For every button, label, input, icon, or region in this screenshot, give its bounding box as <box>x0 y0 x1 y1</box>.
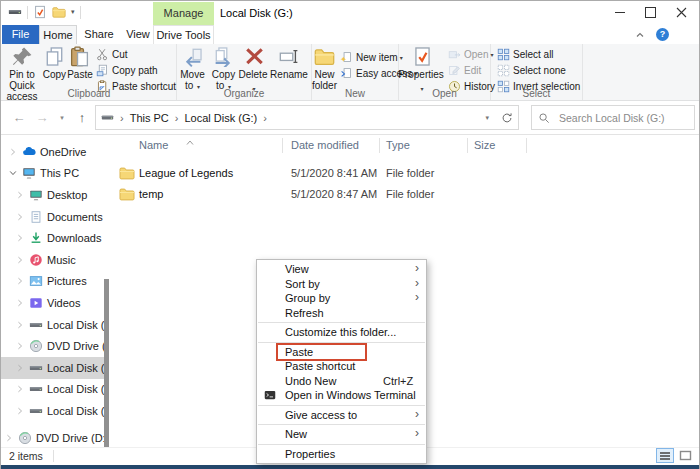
qat-dropdown-icon[interactable]: ▾ <box>71 8 75 16</box>
search-box[interactable] <box>531 105 695 130</box>
sidebar-item-music[interactable]: Music <box>1 249 104 271</box>
breadcrumb-this-pc[interactable]: This PC <box>130 112 169 124</box>
items-count: 2 items <box>9 450 43 462</box>
sidebar-scrollbar[interactable] <box>104 279 109 459</box>
maximize-button[interactable] <box>635 1 666 24</box>
menu-item-customize-this-folder[interactable]: Customize this folder... <box>257 325 426 340</box>
tab-home[interactable]: Home <box>39 25 77 44</box>
folder-icon[interactable] <box>52 5 66 19</box>
details-view-button[interactable] <box>656 448 674 463</box>
sidebar-item-local-disk-c[interactable]: Local Disk (C:) <box>1 314 104 336</box>
column-header-name[interactable]: Name <box>139 139 168 151</box>
sidebar-item-onedrive[interactable]: OneDrive <box>1 141 104 163</box>
column-divider[interactable] <box>282 138 283 153</box>
menu-item-label: Properties <box>285 448 335 460</box>
chevron-right-icon[interactable] <box>15 276 25 286</box>
column-divider[interactable] <box>467 138 468 153</box>
copy-to-icon <box>213 46 234 67</box>
menu-item-view[interactable]: View› <box>257 262 426 277</box>
open-button[interactable]: Open▾ <box>448 46 495 62</box>
column-header-type[interactable]: Type <box>386 139 410 151</box>
select-none-button[interactable]: Select none <box>497 62 580 78</box>
chevron-right-icon[interactable] <box>15 363 25 373</box>
menu-item-paste-shortcut[interactable]: Paste shortcut <box>257 359 426 374</box>
forward-icon[interactable]: → <box>31 101 53 134</box>
column-header-date-modified[interactable]: Date modified <box>291 139 359 151</box>
chevron-right-icon[interactable] <box>15 320 25 330</box>
sidebar-item-dvd-drive-d-cc[interactable]: DVD Drive (D:) CC <box>1 427 104 448</box>
file-name[interactable]: temp <box>139 188 163 200</box>
sidebar-item-documents[interactable]: Documents <box>1 206 104 228</box>
chevron-right-icon[interactable] <box>15 406 25 416</box>
chevron-right-icon[interactable] <box>15 298 25 308</box>
up-icon[interactable]: ↑ <box>71 101 93 134</box>
column-divider[interactable] <box>379 138 380 153</box>
menu-item-open-in-windows-terminal[interactable]: Open in Windows Terminal <box>257 388 426 403</box>
file-row-temp[interactable]: temp5/1/2020 8:47 AMFile folder <box>116 184 698 205</box>
column-divider[interactable] <box>526 138 527 153</box>
local-disk-icon <box>29 404 43 418</box>
menu-item-properties[interactable]: Properties <box>257 447 426 462</box>
sidebar-item-desktop[interactable]: Desktop <box>1 184 104 206</box>
refresh-icon[interactable] <box>501 112 513 124</box>
chevron-right-icon[interactable] <box>8 147 18 157</box>
menu-item-sort-by[interactable]: Sort by› <box>257 277 426 292</box>
sidebar-item-pictures[interactable]: Pictures <box>1 271 104 293</box>
menu-item-group-by[interactable]: Group by› <box>257 291 426 306</box>
recent-locations-icon[interactable]: ▾ <box>55 101 69 134</box>
cut-button[interactable]: Cut <box>96 46 176 62</box>
chevron-right-icon[interactable] <box>15 384 25 394</box>
chevron-right-icon[interactable] <box>15 255 25 265</box>
back-icon[interactable]: ← <box>7 101 31 134</box>
breadcrumb-local-disk-g[interactable]: Local Disk (G:) <box>184 112 257 124</box>
tab-drive-tools[interactable]: Drive Tools <box>153 25 214 44</box>
details-view-icon <box>659 451 671 461</box>
address-bar[interactable]: ›This PC›Local Disk (G:)› ▾ <box>95 105 519 130</box>
menu-item-label: View <box>285 263 309 275</box>
properties-icon[interactable] <box>33 5 47 19</box>
sidebar-item-downloads[interactable]: Downloads <box>1 227 104 249</box>
file-date-modified: 5/1/2020 8:47 AM <box>291 188 377 200</box>
collapse-ribbon-icon[interactable] <box>633 28 647 42</box>
menu-item-undo-new[interactable]: Undo NewCtrl+Z <box>257 374 426 389</box>
chevron-right-icon[interactable] <box>15 190 25 200</box>
sidebar-item-local-disk-h[interactable]: Local Disk (H:) <box>1 379 104 401</box>
downloads-icon <box>29 231 43 245</box>
drive-icon <box>101 111 114 124</box>
chevron-down-icon[interactable] <box>8 168 18 178</box>
help-icon[interactable]: ? <box>656 28 669 41</box>
close-button[interactable] <box>666 1 697 24</box>
minimize-button[interactable] <box>604 1 635 24</box>
menu-item-refresh[interactable]: Refresh <box>257 306 426 321</box>
menu-item-paste[interactable]: Paste <box>257 345 426 360</box>
sidebar-item-local-disk-g[interactable]: Local Disk (G:) <box>1 357 104 379</box>
tab-view[interactable]: View <box>121 25 155 44</box>
sidebar-item-this-pc[interactable]: This PC <box>1 163 104 185</box>
sidebar-item-videos[interactable]: Videos <box>1 292 104 314</box>
chevron-right-icon[interactable] <box>4 433 14 443</box>
menu-item-new[interactable]: New› <box>257 427 426 442</box>
search-input[interactable] <box>557 111 688 125</box>
file-row-league-of-legends[interactable]: League of Legends5/1/2020 8:41 AMFile fo… <box>116 163 698 184</box>
address-dropdown-icon[interactable]: ▾ <box>485 114 489 122</box>
window-controls <box>604 1 697 24</box>
chevron-right-icon[interactable] <box>15 212 25 222</box>
tab-share[interactable]: Share <box>79 25 119 44</box>
copy-path-button[interactable]: Copy path <box>96 62 176 78</box>
edit-button[interactable]: Edit <box>448 62 495 78</box>
manage-contextual-tab[interactable]: Manage <box>153 2 214 25</box>
select-all-button[interactable]: Select all <box>497 46 580 62</box>
select-none-icon <box>497 64 510 77</box>
crumb-separator-icon[interactable]: › <box>175 112 179 124</box>
sidebar-item-local-disk-z[interactable]: Local Disk (Z:) <box>1 400 104 422</box>
drive-icon[interactable] <box>8 5 22 19</box>
tab-file[interactable]: File <box>2 25 39 44</box>
sidebar-item-dvd-drive-d-c[interactable]: DVD Drive (D:) C <box>1 335 104 357</box>
large-icons-view-button[interactable] <box>676 448 694 463</box>
menu-item-give-access-to[interactable]: Give access to› <box>257 408 426 423</box>
chevron-right-icon[interactable] <box>15 233 25 243</box>
crumb-separator-icon[interactable]: › <box>263 112 267 124</box>
column-header-size[interactable]: Size <box>474 139 495 151</box>
file-name[interactable]: League of Legends <box>139 167 233 179</box>
chevron-right-icon[interactable] <box>15 341 25 351</box>
